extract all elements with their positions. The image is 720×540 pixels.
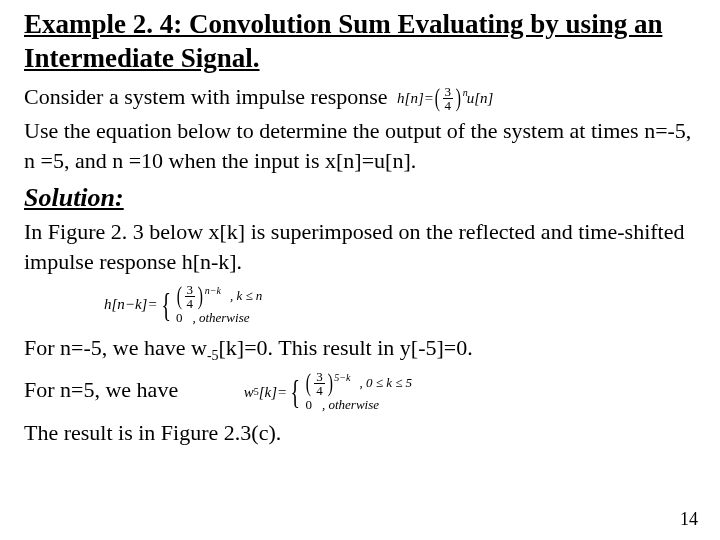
eq1-num: 3 — [443, 85, 454, 99]
impulse-response-eq: h[n]= ( 3 4 ) n u[n] — [393, 85, 497, 112]
eq3-cond1: , 0 ≤ k ≤ 5 — [360, 375, 413, 392]
solution-p1: In Figure 2. 3 below x[k] is superimpose… — [24, 217, 696, 276]
intro-line-2: Use the equation below to determine the … — [24, 116, 696, 175]
p6-text: The result is in Figure 2.3(c). — [24, 420, 281, 445]
solution-heading: Solution: — [24, 183, 696, 213]
eq3-cases: ( 3 4 ) 5−k , 0 ≤ k ≤ 5 0 , otherwise — [305, 370, 412, 414]
p4b: -5 — [207, 348, 219, 363]
eq2-cases: ( 3 4 ) n−k , k ≤ n 0 , otherwise — [176, 283, 262, 327]
eq3-lhs-a: w — [244, 382, 254, 402]
right-paren-icon: ) — [198, 286, 203, 307]
left-paren-icon: ( — [435, 88, 440, 109]
eq1-fraction: 3 4 — [443, 85, 454, 112]
eq3-num: 3 — [314, 370, 325, 384]
example-title: Example 2. 4: Convolution Sum Evaluating… — [24, 8, 696, 76]
result-n-minus5: For n=-5, we have w-5[k]=0. This result … — [24, 333, 696, 366]
eq3-cond2: , otherwise — [322, 397, 379, 414]
p4a: For n=-5, we have w — [24, 335, 207, 360]
solution-p1-text: In Figure 2. 3 below x[k] is superimpose… — [24, 219, 684, 274]
eq3-den: 4 — [314, 384, 325, 397]
eq2-num: 3 — [185, 283, 196, 297]
intro-line-1: Consider a system with impulse response … — [24, 82, 696, 112]
piecewise-eq-1: h[n−k]= { ( 3 4 ) n−k , k ≤ n 0 , otherw… — [104, 283, 696, 327]
left-paren-icon: ( — [306, 373, 311, 394]
result-n5-line: For n=5, we have w5[k]= { ( 3 4 ) 5−k , … — [24, 370, 696, 414]
eq3-zero: 0 — [305, 397, 312, 414]
eq1-exp: n — [463, 86, 468, 100]
eq2-zero: 0 — [176, 310, 183, 327]
eq2-fraction: 3 4 — [185, 283, 196, 310]
left-brace-icon: { — [161, 293, 171, 317]
intro-text-2: Use the equation below to determine the … — [24, 118, 691, 173]
piecewise-eq-2: w5[k]= { ( 3 4 ) 5−k , 0 ≤ k ≤ 5 0 , oth… — [244, 370, 412, 414]
intro-text: Consider a system with impulse response — [24, 84, 388, 109]
result-figure-ref: The result is in Figure 2.3(c). — [24, 418, 696, 448]
eq1-lhs: h[n]= — [397, 88, 434, 108]
eq1-tail: u[n] — [467, 88, 494, 108]
eq3-lhs-b: [k]= — [259, 382, 287, 402]
p4c: [k]=0. This result in y[-5]=0. — [219, 335, 473, 360]
left-brace-icon: { — [290, 380, 300, 404]
eq2-lhs: h[n−k]= — [104, 296, 158, 313]
p5a: For n=5, we have — [24, 377, 178, 402]
eq2-exp: n−k — [205, 284, 221, 297]
eq3-exp: 5−k — [334, 371, 350, 384]
eq1-den: 4 — [443, 99, 454, 112]
page-number: 14 — [680, 509, 698, 530]
right-paren-icon: ) — [327, 373, 332, 394]
eq2-cond2: , otherwise — [192, 310, 249, 327]
left-paren-icon: ( — [177, 286, 182, 307]
eq2-den: 4 — [185, 297, 196, 310]
eq2-cond1: , k ≤ n — [230, 288, 262, 305]
eq3-fraction: 3 4 — [314, 370, 325, 397]
right-paren-icon: ) — [456, 88, 461, 109]
